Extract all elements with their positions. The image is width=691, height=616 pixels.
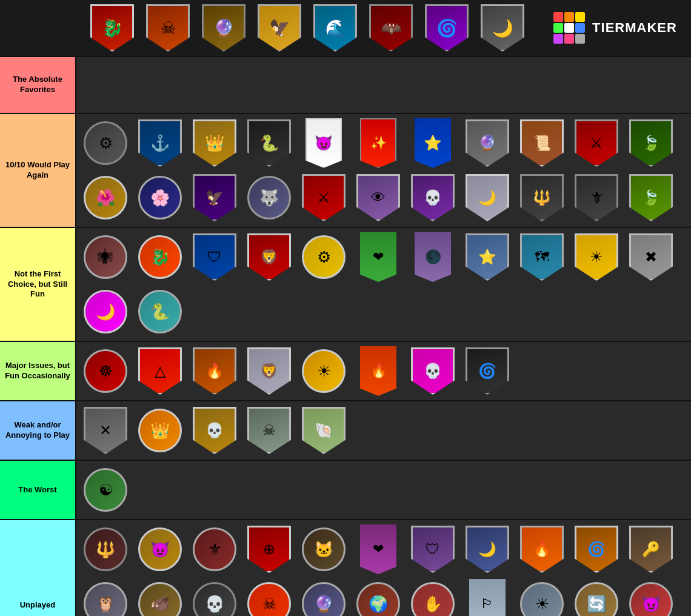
tier-item: 🔥 [352,344,405,398]
tier-item: ✋ [406,577,459,616]
tier-item: 🐗 [133,577,187,616]
tier-item: 🌙 [475,1,530,55]
tier-items-weak: ✕ 👑 💀 ☠ 🐚 [76,401,691,460]
tier-item: ❤ [352,230,405,284]
tier-item: 🦇 [364,1,418,55]
tier-item: ⚔ [570,116,623,170]
tier-item: ⚙ [79,116,132,170]
tiermaker-app: 🐉 ☠ 🔮 🦅 🌊 🦇 🌀 🌙 [0,0,691,616]
tier-item: ☀ [297,344,350,398]
tier-item: 🔑 [624,523,678,576]
tier-item: 🌀 [419,1,474,55]
tier-item: 🦁 [242,344,296,398]
tier-label-weak: Weak and/or Annoying to Play [0,401,76,460]
tier-item: 🐍 [242,116,296,170]
tier-item: 🛡 [406,523,459,576]
tier-item: 💀 [188,404,241,457]
tier-items-absolute [76,57,691,113]
tier-item: 🛡 [188,230,241,284]
tier-item: 🐉 [133,230,187,284]
tier-row-weak: Weak and/or Annoying to Play ✕ 👑 💀 ☠ 🐚 [0,401,691,461]
tier-item: ☸ [79,344,132,398]
tier-item: 🌙 [461,171,514,224]
tier-item: 🌙 [461,523,514,576]
tier-item: 🗺 [515,230,569,284]
tier-item: 🔮 [297,577,350,616]
tier-item: ☠ [242,404,296,457]
tier-row-10-10: 10/10 Would Play Again ⚙ ⚓ 👑 🐍 😈 [0,114,691,228]
tier-item: ✕ [79,404,132,457]
tier-item: 🌺 [79,171,132,224]
tier-item: 💀 [188,577,241,616]
tier-label-absolute: The Absolute Favorites [0,57,76,113]
tier-item: ⊕ [242,523,296,576]
tier-items-worst: ☯ [76,461,691,519]
tier-item: ⚔ [297,171,350,224]
tier-item: 🌸 [133,171,187,224]
tier-item: ❤ [352,523,405,576]
tier-item: ☯ [79,463,132,517]
tier-label-worst: The Worst [0,461,76,519]
tier-item: 🐺 [242,171,296,224]
tier-item: 🐱 [297,523,350,576]
tier-item: ☀ [570,230,623,284]
tier-item: ☠ [141,1,195,55]
tier-item: 💀 [406,344,459,398]
tier-item: 🕷 [79,230,132,284]
tier-item: ☀ [515,577,569,616]
tier-row-unplayed: Unplayed 🔱 😈 ⚜ ⊕ 🐱 [0,520,691,616]
tier-row-not-first: Not the First Choice, but Still Fun 🕷 🐉 … [0,228,691,342]
tier-item: 🦉 [79,577,132,616]
tiermaker-brand: TIERMAKER [552,12,685,44]
tier-item: ⭐ [406,116,459,170]
tier-label-10-10: 10/10 Would Play Again [0,114,76,227]
tier-item: 😈 [297,116,350,170]
tier-item: 🌊 [308,1,362,55]
header-items: 🐉 ☠ 🔮 🦅 🌊 🦇 🌀 🌙 [82,0,552,58]
tier-item: 🔥 [188,344,241,398]
tier-item: 🔱 [515,171,569,224]
tier-item: 🍃 [624,116,678,170]
tier-item: 🐉 [85,1,139,55]
tier-item: ⚙ [297,230,350,284]
tier-item: ☠ [242,577,296,616]
tier-item: 🦅 [188,171,241,224]
tier-items-10-10: ⚙ ⚓ 👑 🐍 😈 ✨ ⭐ [76,114,691,227]
tier-item: 🔮 [461,116,514,170]
tier-item: 🔥 [515,523,569,576]
tier-row-major: Major Issues, but Fun Occasionally ☸ △ 🔥… [0,342,691,401]
tier-item: △ [133,344,187,398]
tier-item: 🐚 [297,404,350,457]
tier-item: ✨ [352,116,405,170]
tier-item: 🌀 [461,344,514,398]
tier-item: 🔱 [79,523,132,576]
tier-item: 🏳 [461,577,514,616]
header: 🐉 ☠ 🔮 🦅 🌊 🦇 🌀 🌙 [0,0,691,57]
tier-item: 🌍 [352,577,405,616]
tier-item: 🦅 [252,1,307,55]
tier-item: 🔄 [570,577,623,616]
tier-item: ⚓ [133,116,187,170]
tier-item: 🌀 [570,523,623,576]
tier-item: 💀 [406,171,459,224]
tier-item: 😈 [133,523,187,576]
tier-item: 👁 [352,171,405,224]
tier-items-not-first: 🕷 🐉 🛡 🦁 ⚙ ❤ 🌑 [76,228,691,341]
tier-item: 🗡 [570,171,623,224]
tier-row-worst: The Worst ☯ [0,461,691,520]
tier-item: 🦁 [242,230,296,284]
tier-item: 👑 [188,116,241,170]
logo-grid [553,12,585,44]
tier-item: 🔮 [196,1,251,55]
logo-text: TIERMAKER [592,20,677,36]
tier-item: 🌑 [406,230,459,284]
tier-item: ✖ [624,230,678,284]
tier-label-not-first: Not the First Choice, but Still Fun [0,228,76,341]
tier-item: 👑 [133,404,187,457]
tier-label-unplayed: Unplayed [0,520,76,616]
tier-item: 😈 [624,577,678,616]
tier-item: 🍃 [624,171,678,224]
tier-item: 🐍 [133,285,187,338]
tier-item: 📜 [515,116,569,170]
tier-label-major: Major Issues, but Fun Occasionally [0,342,76,400]
